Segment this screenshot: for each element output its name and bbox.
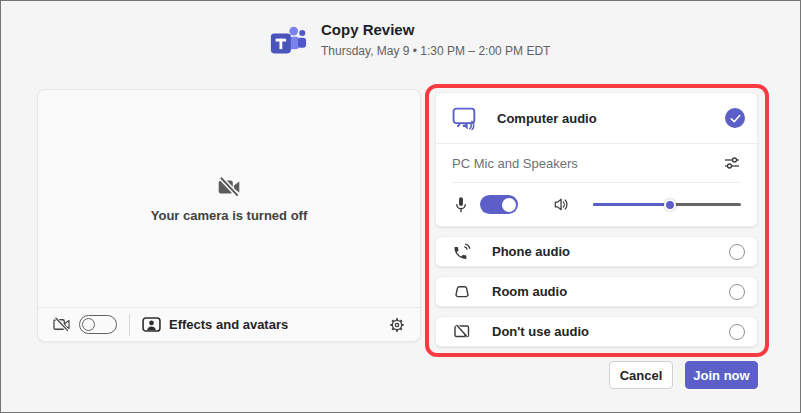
teams-logo-icon [269, 23, 307, 61]
meeting-datetime: Thursday, May 9 • 1:30 PM – 2:00 PM EDT [321, 44, 550, 58]
cancel-button[interactable]: Cancel [609, 361, 673, 389]
phone-audio-radio[interactable] [729, 244, 745, 260]
camera-preview-panel: Your camera is turned off [37, 89, 421, 342]
effects-and-avatars-label: Effects and avatars [169, 317, 288, 332]
camera-off-message: Your camera is turned off [151, 208, 308, 223]
phone-icon [452, 242, 472, 262]
monitor-speaker-icon [452, 107, 479, 130]
camera-toggle[interactable] [79, 315, 117, 334]
camera-toggle-knob [82, 318, 95, 331]
computer-audio-card: Computer audio PC Mic and Speakers [435, 92, 758, 227]
volume-slider-fill [593, 203, 670, 206]
volume-slider[interactable] [593, 197, 741, 213]
audio-device-name: PC Mic and Speakers [452, 156, 578, 171]
join-now-button[interactable]: Join now [685, 361, 758, 389]
room-audio-label: Room audio [492, 284, 567, 299]
computer-audio-option[interactable]: Computer audio [436, 93, 757, 143]
pre-join-window: Copy Review Thursday, May 9 • 1:30 PM – … [0, 0, 801, 413]
equalizer-icon[interactable] [723, 154, 741, 172]
mic-volume-row [436, 183, 757, 226]
audio-device-row: PC Mic and Speakers [436, 144, 757, 182]
microphone-icon [452, 196, 470, 214]
volume-slider-thumb[interactable] [664, 199, 676, 211]
room-speaker-icon [452, 282, 472, 302]
avatar-frame-icon [142, 317, 161, 332]
gear-icon[interactable] [388, 316, 406, 334]
mic-toggle[interactable] [480, 195, 518, 214]
camera-off-icon [216, 174, 242, 200]
speaker-icon [552, 195, 571, 214]
mic-toggle-knob [502, 198, 516, 212]
camera-off-small-icon [52, 315, 71, 334]
selected-radio[interactable] [725, 108, 745, 128]
effects-and-avatars-button[interactable]: Effects and avatars [142, 317, 288, 332]
no-audio-option[interactable]: Don't use audio [435, 316, 758, 347]
phone-audio-option[interactable]: Phone audio [435, 236, 758, 267]
meeting-title: Copy Review [321, 21, 550, 39]
audio-options-panel: Computer audio PC Mic and Speakers [435, 92, 758, 347]
room-audio-option[interactable]: Room audio [435, 276, 758, 307]
meeting-header: Copy Review Thursday, May 9 • 1:30 PM – … [269, 21, 550, 61]
camera-controls-bar: Effects and avatars [38, 307, 420, 341]
phone-audio-label: Phone audio [492, 244, 570, 259]
no-audio-radio[interactable] [729, 324, 745, 340]
footer-divider [129, 314, 130, 336]
camera-preview: Your camera is turned off [38, 90, 420, 307]
room-audio-radio[interactable] [729, 284, 745, 300]
check-icon [729, 112, 742, 125]
screen-slash-icon [452, 322, 472, 342]
no-audio-label: Don't use audio [492, 324, 589, 339]
computer-audio-label: Computer audio [497, 111, 597, 126]
